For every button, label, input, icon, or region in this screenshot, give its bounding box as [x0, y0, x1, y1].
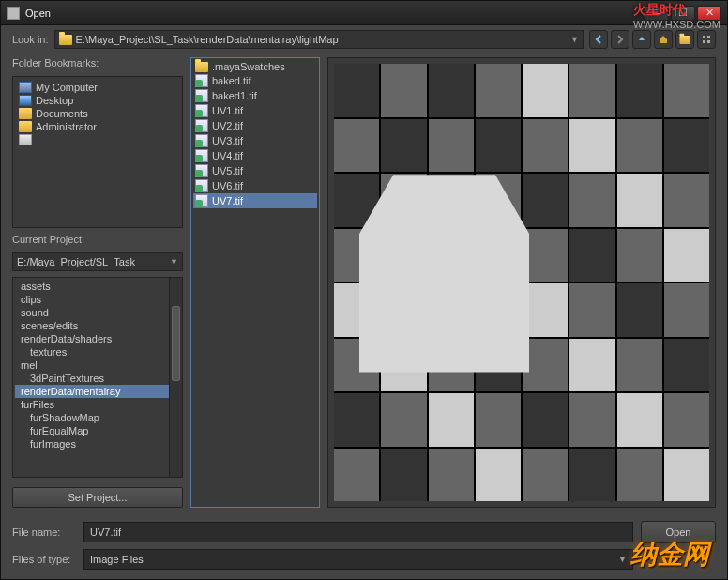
home-button[interactable]: [654, 30, 673, 49]
back-button[interactable]: [589, 30, 608, 49]
file-item[interactable]: baked1.tif: [193, 88, 317, 103]
tree-item[interactable]: furShadowMap: [15, 411, 180, 424]
image-file-icon: [195, 89, 208, 102]
tree-item[interactable]: furEqualMap: [15, 424, 180, 437]
folder-icon: [59, 35, 72, 45]
image-file-icon: [195, 104, 208, 117]
tree-item[interactable]: assets: [15, 280, 180, 293]
chevron-down-icon: ▼: [170, 257, 178, 267]
bookmark-empty[interactable]: [17, 133, 178, 146]
bookmarks-label: Folder Bookmarks:: [12, 57, 183, 69]
tree-item[interactable]: mel: [15, 359, 180, 372]
image-file-icon: [195, 149, 208, 162]
filetype-label: Files of type:: [12, 554, 76, 565]
svg-rect-0: [703, 36, 705, 38]
tree-item[interactable]: furFiles: [15, 398, 180, 411]
image-file-icon: [195, 74, 208, 87]
chevron-down-icon: ▼: [570, 35, 579, 44]
image-file-icon: [195, 179, 208, 192]
maximize-button[interactable]: ☐: [671, 6, 695, 21]
close-button[interactable]: ✕: [697, 6, 721, 21]
svg-rect-3: [707, 40, 710, 43]
preview-shape: [359, 175, 529, 372]
open-dialog: Open ─ ☐ ✕ Look in: E:\Maya_Project\SL_T…: [0, 0, 728, 580]
file-item[interactable]: UV4.tif: [193, 148, 317, 163]
filetype-dropdown[interactable]: Image Files ▼: [83, 549, 633, 570]
minimize-button[interactable]: ─: [645, 6, 669, 21]
app-icon: [7, 7, 20, 20]
tree-item[interactable]: scenes/edits: [15, 319, 180, 332]
new-folder-button[interactable]: [675, 30, 694, 49]
lookin-toolbar: Look in: E:\Maya_Project\SL_Task\renderD…: [1, 25, 727, 53]
forward-button[interactable]: [611, 30, 629, 49]
window-title: Open: [25, 8, 645, 19]
project-tree: assets clips sound scenes/edits renderDa…: [12, 277, 183, 478]
tree-item[interactable]: textures: [15, 345, 180, 359]
path-text: E:\Maya_Project\SL_Task\renderData\menta…: [76, 34, 339, 45]
bookmark-my-computer[interactable]: My Computer: [17, 81, 178, 94]
tree-item[interactable]: furImages: [15, 437, 180, 450]
scrollbar-thumb[interactable]: [172, 306, 180, 381]
bookmark-administrator[interactable]: Administrator: [17, 120, 178, 133]
lookin-label: Look in:: [12, 34, 49, 45]
scrollbar[interactable]: [169, 278, 182, 477]
tree-item[interactable]: clips: [15, 293, 180, 306]
view-options-button[interactable]: [697, 30, 716, 49]
folder-icon: [19, 108, 32, 119]
tree-item[interactable]: renderData/shaders: [15, 332, 180, 345]
folder-icon: [195, 62, 208, 72]
tree-item[interactable]: sound: [15, 306, 180, 319]
svg-rect-1: [707, 36, 710, 38]
file-item[interactable]: UV2.tif: [193, 118, 317, 133]
bookmark-desktop[interactable]: Desktop: [17, 94, 178, 107]
path-dropdown[interactable]: E:\Maya_Project\SL_Task\renderData\menta…: [54, 30, 584, 49]
svg-rect-2: [703, 40, 705, 43]
tree-item[interactable]: 3dPaintTextures: [15, 372, 180, 385]
blank-icon: [19, 134, 32, 145]
file-item[interactable]: UV6.tif: [193, 178, 317, 193]
file-item-selected[interactable]: UV7.tif: [193, 193, 317, 208]
image-file-icon: [195, 194, 208, 207]
titlebar[interactable]: Open ─ ☐ ✕: [1, 1, 727, 25]
desktop-icon: [19, 95, 32, 106]
bookmark-documents[interactable]: Documents: [17, 107, 178, 120]
chevron-down-icon: ▼: [618, 555, 627, 564]
open-button[interactable]: Open: [641, 521, 716, 543]
filename-input[interactable]: UV7.tif: [83, 522, 633, 542]
project-value: E:/Maya_Project/SL_Task: [17, 256, 135, 267]
image-file-icon: [195, 119, 208, 132]
project-label: Current Project:: [12, 234, 183, 245]
file-item[interactable]: .mayaSwatches: [193, 60, 317, 73]
set-project-button[interactable]: Set Project...: [12, 487, 183, 508]
folder-icon: [19, 121, 32, 132]
file-list: .mayaSwatches baked.tif baked1.tif UV1.t…: [190, 57, 320, 508]
tree-item-selected[interactable]: renderData/mentalray: [15, 385, 180, 398]
up-button[interactable]: [632, 30, 651, 49]
file-item[interactable]: UV1.tif: [193, 103, 317, 118]
project-dropdown[interactable]: E:/Maya_Project/SL_Task ▼: [12, 252, 183, 271]
preview-pane: [327, 57, 716, 508]
file-item[interactable]: UV5.tif: [193, 163, 317, 178]
computer-icon: [19, 82, 32, 93]
file-item[interactable]: UV3.tif: [193, 133, 317, 148]
file-item[interactable]: baked.tif: [193, 73, 317, 88]
filename-label: File name:: [12, 527, 76, 538]
image-file-icon: [195, 164, 208, 177]
bookmarks-panel: My Computer Desktop Documents Administra…: [12, 76, 183, 228]
image-file-icon: [195, 134, 208, 147]
